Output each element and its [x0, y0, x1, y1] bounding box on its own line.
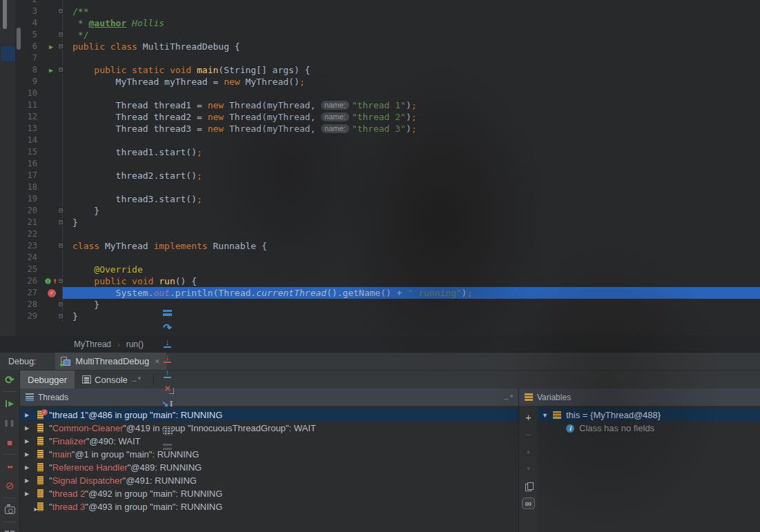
- chevron-right-icon[interactable]: ▶: [25, 412, 37, 418]
- code-line-25[interactable]: 25 @Override: [15, 264, 760, 275]
- code-line-28[interactable]: 28⊟ }: [15, 299, 760, 311]
- fold-marker-icon[interactable]: ⊟: [59, 43, 63, 50]
- code-line-27[interactable]: 27✓ System.out.println(Thread.currentThr…: [15, 287, 760, 299]
- code-line-24[interactable]: 24: [15, 252, 760, 264]
- thread-row[interactable]: ▶✓"thread 1"@486 in group "main": RUNNIN…: [20, 408, 518, 422]
- code-line-16[interactable]: 16: [15, 158, 760, 170]
- duplicate-button[interactable]: [522, 479, 536, 493]
- breadcrumb-class[interactable]: MyThread: [74, 339, 111, 349]
- code-line-3[interactable]: 3⊟/**: [15, 6, 760, 17]
- chevron-right-icon[interactable]: ▶: [25, 438, 37, 444]
- chevron-right-icon[interactable]: ▶: [25, 425, 37, 431]
- thread-dump-camera-button[interactable]: [2, 502, 17, 518]
- code-line-12[interactable]: 12 Thread thread2 = new Thread(myThread,…: [15, 111, 760, 123]
- code-line-15[interactable]: 15 thread1.start();: [15, 146, 760, 158]
- tab-debugger[interactable]: Debugger: [20, 371, 75, 389]
- code-line-18[interactable]: 18: [15, 181, 760, 193]
- move-up-button[interactable]: ▲: [522, 444, 536, 458]
- code-line-20[interactable]: 20⊟ }: [15, 205, 760, 217]
- line-number: 23: [15, 240, 43, 252]
- drop-frame-button[interactable]: ✕: [159, 381, 176, 396]
- force-step-into-button[interactable]: ↓: [159, 351, 176, 366]
- execution-point-icon[interactable]: [45, 278, 51, 284]
- chevron-right-icon[interactable]: ▶: [25, 451, 37, 457]
- evaluate-expression-button[interactable]: [159, 424, 176, 439]
- gutter-icons: [43, 111, 62, 123]
- restore-layout-button[interactable]: [2, 526, 17, 532]
- fold-marker-icon[interactable]: ⊟: [59, 242, 63, 249]
- resume-button[interactable]: ▶: [2, 396, 17, 411]
- gutter-icons: [43, 0, 62, 6]
- fold-marker-icon[interactable]: ⊟: [59, 219, 63, 226]
- thread-row[interactable]: ▶"Signal Dispatcher"@491: RUNNING: [20, 474, 518, 487]
- add-watch-button[interactable]: +: [522, 410, 536, 424]
- fold-marker-icon[interactable]: ⊟: [59, 31, 63, 38]
- code-line-7[interactable]: 7: [15, 52, 760, 64]
- gutter-scrollbar-thumb[interactable]: [17, 28, 21, 50]
- fold-marker-icon[interactable]: ⊟: [59, 8, 63, 14]
- fold-marker-icon[interactable]: ⊟: [59, 207, 63, 214]
- code-line-5[interactable]: 5⊟ */: [15, 29, 760, 41]
- code-line-11[interactable]: 11 Thread thread1 = new Thread(myThread,…: [15, 99, 760, 111]
- mute-breakpoints-button[interactable]: ⊘: [2, 478, 17, 493]
- run-method-icon[interactable]: ▶: [49, 64, 53, 76]
- pause-button[interactable]: ❚❚: [2, 415, 17, 431]
- breadcrumb-method[interactable]: run(): [126, 339, 144, 349]
- code-line-29[interactable]: 29⊟}: [15, 311, 760, 322]
- code-line-4[interactable]: 4 * @author Hollis: [15, 17, 760, 29]
- chevron-right-icon[interactable]: ▶: [25, 464, 37, 471]
- layout-settings-button[interactable]: [159, 439, 176, 454]
- step-out-button[interactable]: ↑: [159, 366, 176, 381]
- fold-marker-icon[interactable]: ⊟: [59, 277, 63, 284]
- run-to-cursor-button[interactable]: ↘I: [159, 396, 176, 411]
- execution-point-icon[interactable]: ↑: [52, 275, 57, 287]
- thread-row[interactable]: ➤"thread 3"@493 in group "main": RUNNING: [20, 500, 518, 513]
- code-line-10[interactable]: 10: [15, 88, 760, 99]
- code-line-9[interactable]: 9 MyThread myThread = new MyThread();: [15, 76, 760, 88]
- code-line-26[interactable]: 26↑⊟ public void run() {: [15, 275, 760, 287]
- thread-row[interactable]: ▶"thread 2"@492 in group "main": RUNNING: [20, 487, 518, 500]
- code-line-13[interactable]: 13 Thread thread3 = new Thread(myThread,…: [15, 123, 760, 135]
- view-breakpoints-button[interactable]: ●●: [2, 459, 17, 474]
- breakpoint-icon[interactable]: ✓: [48, 289, 56, 297]
- value-icon: [553, 411, 561, 419]
- code-line-19[interactable]: 19 thread3.start();: [15, 193, 760, 205]
- code-line-14[interactable]: 14: [15, 135, 760, 146]
- tab-console[interactable]: Console →*: [75, 371, 148, 389]
- jump-to-source-icon[interactable]: →*: [503, 393, 513, 402]
- rerun-button[interactable]: ⟳: [2, 372, 17, 387]
- thread-row[interactable]: ▶"Finalizer"@490: WAIT: [20, 435, 518, 448]
- code-editor[interactable]: 23⊟/**4 * @author Hollis5⊟ */6▶⊟public c…: [0, 0, 760, 336]
- remove-watch-button[interactable]: −: [522, 427, 536, 441]
- thread-icon: [37, 437, 45, 446]
- gutter-icons: [43, 252, 62, 264]
- stop-button[interactable]: ■: [2, 435, 17, 450]
- code-line-21[interactable]: 21⊟}: [15, 217, 760, 228]
- show-execution-point-button[interactable]: [159, 305, 176, 320]
- code-line-8[interactable]: 8▶⊟ public static void main(String[] arg…: [15, 64, 760, 76]
- fold-marker-icon[interactable]: ⊟: [59, 301, 63, 308]
- step-into-button[interactable]: ↓: [159, 335, 176, 351]
- run-method-icon[interactable]: ▶: [49, 41, 53, 52]
- code-line-23[interactable]: 23⊟class MyThread implements Runnable {: [15, 240, 760, 252]
- chevron-right-icon[interactable]: ▶: [25, 477, 37, 484]
- line-number: 18: [15, 181, 43, 193]
- debug-session-tab[interactable]: MultiThreadDebug ×: [55, 353, 166, 371]
- code-line-6[interactable]: 6▶⊟public class MultiThreadDebug {: [15, 41, 760, 52]
- move-down-button[interactable]: ▼: [522, 462, 536, 475]
- step-over-button[interactable]: ↷: [159, 320, 176, 335]
- code-line-17[interactable]: 17 thread2.start();: [15, 170, 760, 181]
- debug-left-toolbar: ⟳▶❚❚■●●⊘: [0, 370, 20, 532]
- thread-row[interactable]: ▶"Reference Handler"@489: RUNNING: [20, 461, 518, 474]
- fold-marker-icon[interactable]: ⊟: [59, 66, 63, 73]
- scrollbar-thumb[interactable]: [3, 0, 7, 29]
- code-line-22[interactable]: 22: [15, 228, 760, 240]
- thread-row[interactable]: ▶"Common-Cleaner"@419 in group "Innocuou…: [20, 422, 518, 435]
- fold-marker-icon[interactable]: ⊟: [59, 313, 63, 319]
- thread-row[interactable]: ▶"main"@1 in group "main": RUNNING: [20, 448, 518, 461]
- chevron-right-icon[interactable]: ▶: [25, 491, 37, 497]
- code-line-2[interactable]: 2: [15, 0, 760, 6]
- show-return-values-button[interactable]: ∞: [522, 496, 536, 510]
- chevron-down-icon[interactable]: ▼: [542, 412, 553, 419]
- variable-row-this[interactable]: ▼ this = {MyThread@488}: [538, 408, 760, 422]
